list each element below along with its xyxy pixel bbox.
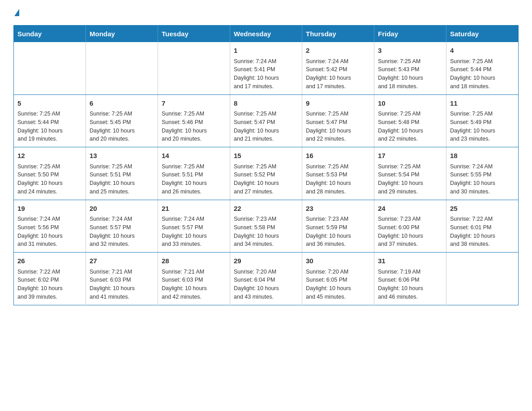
cell-info-line: Sunrise: 7:25 AM (17, 110, 82, 118)
cell-info-line: Sunset: 5:42 PM (306, 65, 370, 74)
day-number: 6 (90, 98, 154, 109)
calendar-cell: 29Sunrise: 7:20 AMSunset: 6:04 PMDayligh… (230, 253, 302, 305)
cell-info-line: Sunset: 5:58 PM (234, 223, 298, 232)
cell-info-line: and 22 minutes. (306, 135, 370, 143)
cell-info-line: Daylight: 10 hours (378, 284, 442, 293)
cell-info-line: and 46 minutes. (378, 293, 442, 301)
cell-info-line: and 25 minutes. (90, 188, 154, 196)
calendar-cell: 10Sunrise: 7:25 AMSunset: 5:48 PMDayligh… (374, 94, 446, 147)
calendar-cell: 2Sunrise: 7:24 AMSunset: 5:42 PMDaylight… (302, 42, 374, 94)
cell-info-line: Sunrise: 7:25 AM (90, 110, 154, 118)
cell-info-line: Sunrise: 7:24 AM (306, 57, 370, 66)
day-number: 18 (450, 151, 515, 161)
calendar-cell: 11Sunrise: 7:25 AMSunset: 5:49 PMDayligh… (446, 94, 519, 147)
calendar-cell: 18Sunrise: 7:24 AMSunset: 5:55 PMDayligh… (446, 147, 519, 200)
cell-info-line: Sunrise: 7:25 AM (90, 163, 154, 171)
calendar-cell: 19Sunrise: 7:24 AMSunset: 5:56 PMDayligh… (14, 200, 86, 253)
cell-info-line: and 28 minutes. (306, 188, 370, 196)
calendar-cell: 4Sunrise: 7:25 AMSunset: 5:44 PMDaylight… (446, 42, 519, 94)
calendar-cell: 24Sunrise: 7:23 AMSunset: 6:00 PMDayligh… (374, 200, 446, 253)
cell-info-line: Sunrise: 7:25 AM (306, 110, 370, 118)
cell-info-line: Sunset: 6:01 PM (450, 223, 515, 232)
cell-info-line: Sunrise: 7:24 AM (90, 215, 154, 223)
calendar-cell: 27Sunrise: 7:21 AMSunset: 6:03 PMDayligh… (86, 253, 158, 305)
day-number: 17 (378, 151, 442, 161)
cell-info-line: Daylight: 10 hours (306, 127, 370, 135)
cell-info-line: Sunrise: 7:20 AM (306, 268, 370, 276)
cell-info-line: Daylight: 10 hours (234, 284, 298, 293)
cell-info-line: Daylight: 10 hours (450, 74, 515, 82)
cell-info-line: Sunset: 5:47 PM (306, 118, 370, 127)
cell-info-line: and 41 minutes. (90, 293, 154, 301)
day-number: 19 (17, 204, 82, 214)
cell-info-line: Sunset: 6:05 PM (306, 276, 370, 284)
cell-info-line: Daylight: 10 hours (90, 179, 154, 188)
cell-info-line: and 20 minutes. (162, 135, 226, 143)
cell-info-line: and 17 minutes. (234, 82, 298, 91)
calendar-cell: 8Sunrise: 7:25 AMSunset: 5:47 PMDaylight… (230, 94, 302, 147)
cell-info-line: Sunrise: 7:19 AM (378, 268, 442, 276)
cell-info-line: and 24 minutes. (17, 188, 82, 196)
day-number: 24 (378, 204, 442, 214)
logo-triangle-icon (14, 9, 19, 16)
cell-info-line: and 27 minutes. (234, 188, 298, 196)
day-of-week-header: Wednesday (230, 26, 302, 43)
cell-info-line: Sunrise: 7:23 AM (378, 215, 442, 223)
calendar-cell: 28Sunrise: 7:21 AMSunset: 6:03 PMDayligh… (158, 253, 230, 305)
cell-info-line: Sunset: 5:46 PM (162, 118, 226, 127)
cell-info-line: Sunset: 6:03 PM (90, 276, 154, 284)
day-number: 25 (450, 204, 515, 214)
day-of-week-header: Tuesday (158, 26, 230, 43)
cell-info-line: Sunset: 5:51 PM (162, 171, 226, 179)
cell-info-line: and 17 minutes. (306, 82, 370, 91)
day-of-week-header: Monday (86, 26, 158, 43)
cell-info-line: and 34 minutes. (234, 240, 298, 248)
cell-info-line: Sunrise: 7:25 AM (378, 57, 442, 66)
calendar-cell (446, 253, 519, 305)
day-of-week-header: Saturday (446, 26, 519, 43)
calendar-cell: 5Sunrise: 7:25 AMSunset: 5:44 PMDaylight… (14, 94, 86, 147)
cell-info-line: Sunrise: 7:24 AM (234, 57, 298, 66)
day-number: 3 (378, 46, 442, 56)
day-number: 28 (162, 256, 226, 266)
day-number: 30 (306, 256, 370, 266)
day-number: 10 (378, 98, 442, 109)
calendar-cell: 23Sunrise: 7:23 AMSunset: 5:59 PMDayligh… (302, 200, 374, 253)
cell-info-line: and 43 minutes. (234, 293, 298, 301)
calendar-week-row: 1Sunrise: 7:24 AMSunset: 5:41 PMDaylight… (14, 42, 519, 94)
cell-info-line: Sunset: 5:47 PM (234, 118, 298, 127)
cell-info-line: Sunrise: 7:25 AM (234, 110, 298, 118)
cell-info-line: Sunset: 5:52 PM (234, 171, 298, 179)
cell-info-line: Sunset: 5:45 PM (90, 118, 154, 127)
page-header (13, 9, 519, 16)
cell-info-line: Sunset: 5:51 PM (90, 171, 154, 179)
cell-info-line: Daylight: 10 hours (378, 74, 442, 82)
cell-info-line: Sunrise: 7:23 AM (306, 215, 370, 223)
cell-info-line: Sunrise: 7:21 AM (162, 268, 226, 276)
calendar-cell (86, 42, 158, 94)
day-number: 8 (234, 98, 298, 109)
cell-info-line: Daylight: 10 hours (162, 232, 226, 240)
day-number: 12 (17, 151, 82, 161)
day-number: 26 (17, 256, 82, 266)
cell-info-line: and 36 minutes. (306, 240, 370, 248)
cell-info-line: and 21 minutes. (234, 135, 298, 143)
calendar-cell: 9Sunrise: 7:25 AMSunset: 5:47 PMDaylight… (302, 94, 374, 147)
cell-info-line: Daylight: 10 hours (162, 284, 226, 293)
day-number: 11 (450, 98, 515, 109)
day-number: 9 (306, 98, 370, 109)
calendar-cell: 26Sunrise: 7:22 AMSunset: 6:02 PMDayligh… (14, 253, 86, 305)
cell-info-line: and 37 minutes. (378, 240, 442, 248)
cell-info-line: Daylight: 10 hours (234, 179, 298, 188)
cell-info-line: Daylight: 10 hours (378, 179, 442, 188)
calendar-cell: 15Sunrise: 7:25 AMSunset: 5:52 PMDayligh… (230, 147, 302, 200)
cell-info-line: Sunrise: 7:21 AM (90, 268, 154, 276)
cell-info-line: Sunset: 5:54 PM (378, 171, 442, 179)
calendar-cell (14, 42, 86, 94)
cell-info-line: Daylight: 10 hours (234, 232, 298, 240)
day-number: 27 (90, 256, 154, 266)
day-number: 23 (306, 204, 370, 214)
cell-info-line: Daylight: 10 hours (90, 232, 154, 240)
cell-info-line: Daylight: 10 hours (90, 284, 154, 293)
cell-info-line: Sunrise: 7:25 AM (234, 163, 298, 171)
